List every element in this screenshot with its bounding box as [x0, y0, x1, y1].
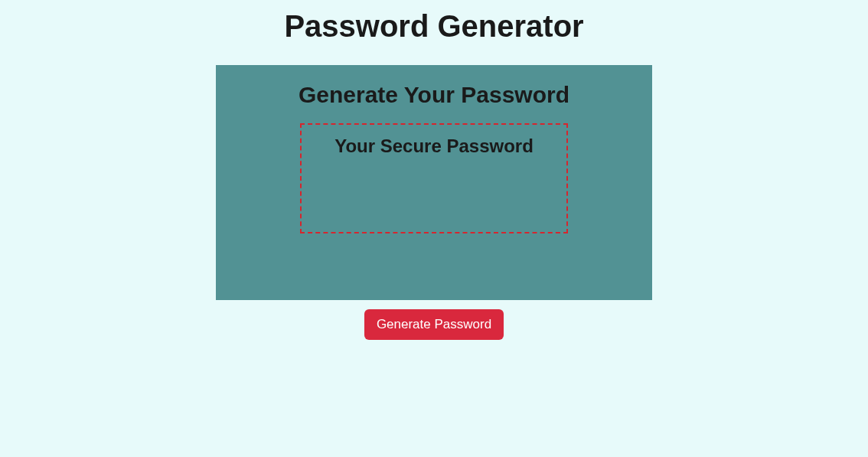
password-output-box: Your Secure Password: [300, 123, 568, 233]
card-title: Generate Your Password: [299, 82, 569, 108]
password-label: Your Secure Password: [334, 135, 534, 232]
page-title: Password Generator: [284, 9, 583, 44]
generate-password-button[interactable]: Generate Password: [364, 309, 504, 340]
generator-card: Generate Your Password Your Secure Passw…: [216, 65, 652, 300]
